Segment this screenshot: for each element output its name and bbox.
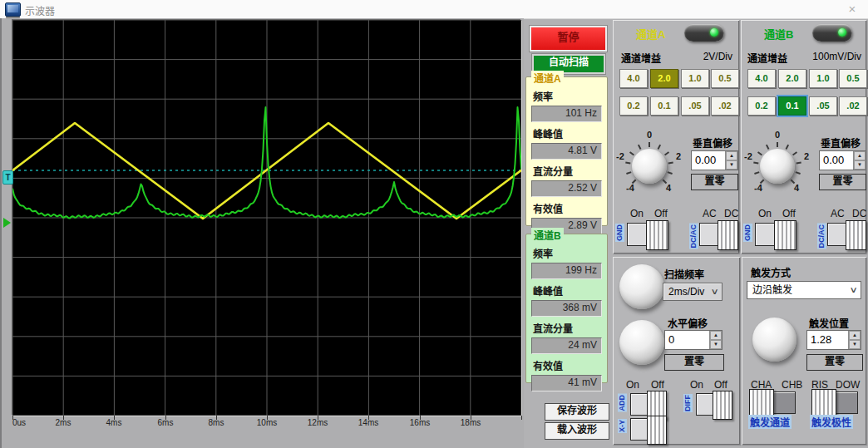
gain-button[interactable]: 4.0 (619, 69, 648, 88)
vertical-offset-value: 0.00 (823, 154, 844, 166)
switch-handle[interactable] (713, 391, 732, 420)
trigger-polarity-tag: 触发极性 (810, 415, 853, 429)
meas-label: 峰峰值 (533, 283, 602, 298)
switch-handle[interactable] (811, 389, 836, 418)
chb-label: CHB (782, 379, 802, 391)
gain-button[interactable]: .02 (839, 96, 867, 116)
switch-handle[interactable] (774, 220, 796, 250)
gain-button[interactable]: .05 (681, 96, 709, 116)
gain-button[interactable]: 1.0 (681, 69, 709, 88)
spin-up-icon[interactable]: ▲ (854, 151, 866, 160)
knob-tick (668, 161, 673, 164)
off-label: Off (714, 379, 727, 391)
channel-b-title: 通道B (764, 26, 793, 42)
oscilloscope-window: 示波器 × T 0us 2ms 4ms 6ms 8ms 10ms 12ms 14… (0, 0, 868, 448)
spin-down-icon[interactable]: ▼ (710, 340, 722, 349)
switch-handle[interactable] (647, 416, 667, 445)
close-icon[interactable]: × (845, 2, 860, 17)
x-axis-tick (165, 416, 166, 420)
gnd-tag: GND (615, 224, 624, 242)
spin-down-icon[interactable]: ▼ (849, 340, 861, 349)
switch-handle[interactable] (718, 220, 738, 250)
trigger-position-knob[interactable] (752, 318, 796, 362)
switch-handle[interactable] (646, 220, 668, 250)
gain-button[interactable]: 0.1 (650, 96, 678, 116)
meas-label: 有效值 (533, 201, 602, 215)
sweep-rate-knob[interactable] (619, 264, 664, 309)
gain-button[interactable]: 0.2 (747, 96, 776, 116)
time-axis: 0us 2ms 4ms 6ms 8ms 10ms 12ms 14ms 16ms … (2, 418, 524, 431)
scope-area: T 0us 2ms 4ms 6ms 8ms 10ms 12ms 14ms 16m… (0, 18, 524, 448)
knob-scale-label: -4 (754, 183, 762, 193)
spin-up-icon[interactable]: ▲ (726, 151, 737, 160)
gain-button[interactable]: 4.0 (747, 69, 776, 88)
knob-tick (625, 161, 630, 164)
vertical-offset-spinner[interactable]: 0.00 ▲▼ (819, 150, 866, 170)
knob-scale-label: -2 (616, 151, 624, 161)
channel-a-onoff-switch[interactable] (627, 223, 668, 246)
pause-button[interactable]: 暂停 (530, 26, 607, 52)
gain-button-selected[interactable]: 0.1 (778, 96, 806, 116)
gain-per-div-value: 2V/Div (703, 51, 732, 62)
gain-button[interactable]: 2.0 (778, 69, 806, 88)
switch-handle[interactable] (846, 220, 866, 250)
knob-scale-label: -2 (744, 151, 752, 161)
dc-label: DC (852, 208, 866, 219)
ground-marker-icon[interactable] (3, 218, 11, 228)
x-axis-tick (318, 416, 318, 420)
on-label: On (626, 379, 639, 391)
green-led-icon (710, 28, 718, 37)
gain-button[interactable]: 0.5 (839, 69, 867, 88)
trigger-position-spinner[interactable]: 1.28 ▲▼ (806, 330, 861, 350)
off-label: Off (782, 208, 796, 219)
vertical-offset-knob[interactable] (760, 149, 795, 184)
chevron-down-icon: ∨ (710, 283, 718, 300)
gain-button[interactable]: 0.5 (711, 69, 739, 88)
spin-up-icon[interactable]: ▲ (849, 331, 861, 340)
channel-b-onoff-switch[interactable] (755, 223, 796, 246)
diff-switch[interactable] (696, 393, 732, 416)
channel-a-measurements: 通道A 频率 101 Hz 峰峰值 4.81 V 直流分量 2.52 V 有效值… (525, 76, 608, 226)
channel-a-coupling-switch[interactable] (699, 223, 738, 246)
trigger-channel-switch[interactable] (749, 391, 796, 414)
gain-button[interactable]: 0.2 (619, 96, 648, 116)
trigger-level-marker[interactable]: T (2, 170, 13, 185)
channel-b-coupling-switch[interactable] (827, 223, 866, 246)
vertical-offset-knob[interactable] (632, 149, 667, 184)
meas-label: 直流分量 (533, 321, 602, 335)
vertical-offset-zero-button[interactable]: 置零 (819, 174, 866, 190)
channel-a-enable-toggle[interactable] (684, 24, 724, 42)
coupling-tag: DC/AC (689, 224, 698, 249)
on-label: On (630, 208, 644, 219)
horizontal-offset-knob[interactable] (619, 320, 664, 365)
gain-button[interactable]: .02 (711, 96, 739, 116)
trigger-position-zero-button[interactable]: 置零 (806, 354, 863, 371)
knob-scale-label: 2 (676, 151, 681, 161)
vertical-offset-spinner[interactable]: 0.00 ▲▼ (691, 150, 738, 170)
spin-up-icon[interactable]: ▲ (710, 331, 722, 340)
sweep-rate-dropdown[interactable]: 2ms/Div ∨ (663, 283, 723, 301)
vertical-offset-zero-button[interactable]: 置零 (691, 174, 738, 190)
channel-b-enable-toggle[interactable] (812, 24, 852, 42)
trigger-mode-dropdown[interactable]: 边沿触发 ∨ (747, 281, 861, 299)
xy-switch[interactable] (630, 418, 667, 441)
knob-scale-label: 4 (666, 183, 671, 193)
trigger-polarity-switch[interactable] (811, 391, 858, 414)
gain-label: 通道增益 (621, 51, 661, 65)
off-label: Off (654, 208, 668, 219)
add-switch[interactable] (630, 393, 667, 416)
off-label: Off (651, 379, 664, 391)
x-axis-tick (471, 416, 471, 420)
horizontal-offset-spinner[interactable]: 0 ▲▼ (664, 330, 723, 350)
save-waveform-button[interactable]: 保存波形 (545, 403, 609, 421)
spin-down-icon[interactable]: ▼ (726, 160, 737, 170)
gain-button[interactable]: 1.0 (809, 69, 837, 88)
xy-tag: X-Y (618, 419, 627, 433)
gain-button-selected[interactable]: 2.0 (650, 69, 678, 88)
load-waveform-button[interactable]: 载入波形 (545, 422, 609, 440)
horizontal-offset-zero-button[interactable]: 置零 (664, 354, 724, 371)
gain-button[interactable]: .05 (809, 96, 837, 116)
spin-down-icon[interactable]: ▼ (854, 160, 866, 170)
on-label: On (690, 379, 703, 391)
switch-handle[interactable] (749, 389, 774, 418)
